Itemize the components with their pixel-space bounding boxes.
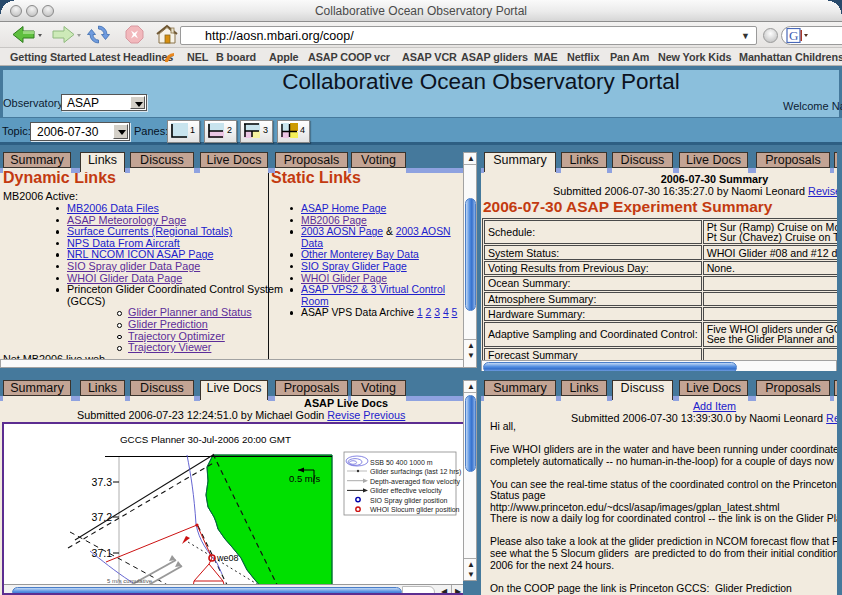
svg-text:SIO Spray glider position: SIO Spray glider position: [370, 497, 448, 505]
svg-text:Glider effective velocity: Glider effective velocity: [370, 487, 442, 495]
svg-text:0.5 m/s: 0.5 m/s: [289, 473, 320, 484]
svg-text:Depth-averaged flow velocity: Depth-averaged flow velocity: [370, 478, 460, 486]
svg-text:37.2: 37.2: [92, 511, 113, 523]
svg-text:1: 1: [190, 125, 195, 135]
svg-text:2: 2: [227, 125, 232, 135]
svg-text:WHOI Slocum glider position: WHOI Slocum glider position: [370, 506, 460, 514]
svg-text:Glider surfacings (last 12 hrs: Glider surfacings (last 12 hrs): [370, 468, 461, 476]
svg-text:3: 3: [263, 125, 268, 135]
svg-text:G: G: [789, 28, 798, 43]
svg-text:37.3: 37.3: [92, 476, 113, 488]
svg-text:we08: we08: [216, 553, 239, 563]
svg-text:SSB 50 400 1000 m: SSB 50 400 1000 m: [370, 459, 433, 466]
svg-text:GCCS Planner 30-Jul-2006 20:00: GCCS Planner 30-Jul-2006 20:00 GMT: [120, 434, 291, 445]
svg-text:4: 4: [300, 125, 305, 135]
